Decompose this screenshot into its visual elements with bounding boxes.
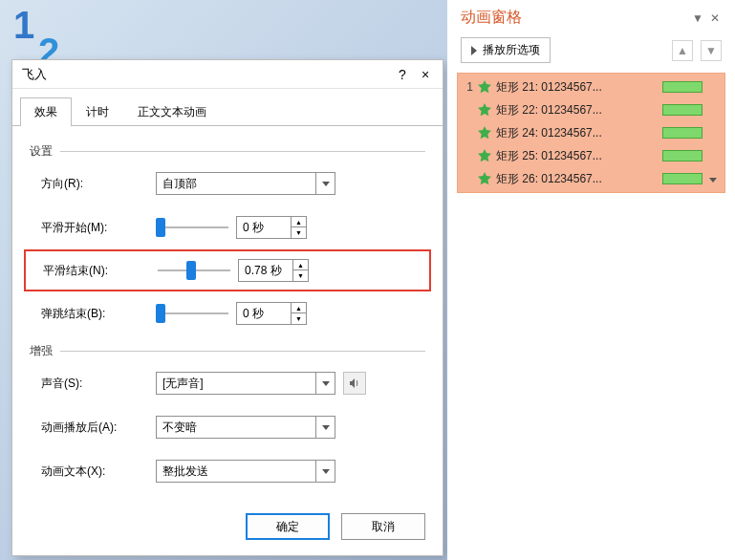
- smooth-end-slider[interactable]: [158, 261, 230, 280]
- row-anim-text: 动画文本(X): 整批发送: [30, 449, 425, 493]
- direction-label: 方向(R):: [41, 176, 156, 192]
- chevron-down-icon[interactable]: [315, 173, 335, 194]
- animation-item[interactable]: 1矩形 21: 01234567...: [460, 75, 723, 98]
- chevron-down-icon[interactable]: [315, 417, 335, 438]
- animation-item[interactable]: 矩形 22: 01234567...: [460, 98, 723, 121]
- slider-thumb[interactable]: [186, 261, 196, 280]
- animation-item[interactable]: 矩形 25: 01234567...: [460, 144, 723, 167]
- smooth-end-value: 0.78 秒: [239, 263, 292, 279]
- row-bounce-end: 弹跳结束(B): 0 秒 ▲ ▼: [30, 291, 425, 335]
- tab-effect[interactable]: 效果: [20, 97, 72, 126]
- anim-timing-bar: [662, 150, 703, 162]
- spinner-down[interactable]: ▼: [293, 270, 308, 281]
- anim-label: 矩形 26: 01234567...: [496, 171, 658, 187]
- smooth-start-label: 平滑开始(M):: [41, 220, 156, 236]
- bounce-end-value: 0 秒: [237, 306, 291, 322]
- row-direction: 方向(R): 自顶部: [30, 162, 425, 205]
- pane-dropdown-button[interactable]: ▼: [689, 11, 706, 25]
- pane-close-button[interactable]: ✕: [706, 11, 724, 25]
- smooth-end-label: 平滑结束(N):: [43, 263, 158, 279]
- smooth-end-spinner[interactable]: 0.78 秒 ▲ ▼: [238, 259, 309, 282]
- dialog-footer: 确定 取消: [12, 502, 443, 555]
- dialog-titlebar: 飞入 ? ×: [12, 60, 443, 89]
- slider-thumb[interactable]: [156, 218, 165, 237]
- anim-dropdown[interactable]: [707, 172, 719, 185]
- star-icon: [478, 80, 491, 94]
- tab-text-anim[interactable]: 正文文本动画: [123, 97, 221, 126]
- spinner-down[interactable]: ▼: [292, 227, 306, 238]
- move-down-button[interactable]: ▼: [701, 40, 722, 61]
- animation-list: 1矩形 21: 01234567...矩形 22: 01234567...矩形 …: [457, 73, 725, 193]
- animation-pane: 动画窗格 ▼ ✕ 播放所选项 ▲ ▼ 1矩形 21: 01234567...矩形…: [447, 0, 735, 560]
- star-icon: [478, 126, 491, 140]
- group-settings-label: 设置: [30, 143, 53, 160]
- move-up-button[interactable]: ▲: [672, 40, 693, 61]
- bounce-end-slider[interactable]: [156, 304, 228, 323]
- slide-number-bg: 1: [13, 4, 34, 47]
- help-button[interactable]: ?: [391, 67, 414, 82]
- chevron-down-icon[interactable]: [315, 461, 335, 482]
- anim-timing-bar: [662, 104, 703, 116]
- anim-text-select[interactable]: 整批发送: [156, 460, 335, 483]
- row-letter-delay: ▲ ▼ % 字母之间延迟(D): [30, 493, 425, 502]
- anim-timing-bar: [662, 173, 703, 184]
- direction-select[interactable]: 自顶部: [156, 172, 335, 195]
- dialog-tabs: 效果 计时 正文文本动画: [12, 89, 443, 126]
- star-icon: [478, 103, 491, 117]
- after-anim-select[interactable]: 不变暗: [156, 416, 335, 439]
- anim-timing-bar: [662, 81, 703, 93]
- sound-label: 声音(S):: [41, 376, 156, 392]
- play-icon: [471, 46, 477, 55]
- pane-title: 动画窗格: [461, 8, 689, 28]
- ok-button[interactable]: 确定: [246, 513, 330, 540]
- smooth-start-slider[interactable]: [156, 218, 228, 237]
- dialog-title: 飞入: [22, 66, 391, 83]
- spinner-up[interactable]: ▲: [292, 217, 306, 227]
- row-smooth-start: 平滑开始(M): 0 秒 ▲ ▼: [30, 205, 425, 249]
- after-anim-value: 不变暗: [157, 420, 315, 436]
- after-anim-label: 动画播放后(A):: [41, 420, 156, 436]
- cancel-button[interactable]: 取消: [341, 513, 425, 540]
- sound-value: [无声音]: [157, 376, 315, 392]
- smooth-start-spinner[interactable]: 0 秒 ▲ ▼: [236, 216, 307, 239]
- smooth-start-value: 0 秒: [237, 220, 291, 236]
- bounce-end-spinner[interactable]: 0 秒 ▲ ▼: [236, 302, 307, 325]
- group-enhance-label: 增强: [30, 343, 53, 359]
- play-label: 播放所选项: [483, 42, 540, 58]
- animation-item[interactable]: 矩形 26: 01234567...: [460, 167, 723, 190]
- star-icon: [478, 149, 491, 162]
- anim-timing-bar: [662, 127, 703, 139]
- anim-text-label: 动画文本(X):: [41, 463, 156, 480]
- row-after-anim: 动画播放后(A): 不变暗: [30, 405, 425, 449]
- bounce-end-label: 弹跳结束(B):: [41, 306, 156, 322]
- sound-select[interactable]: [无声音]: [156, 372, 335, 395]
- group-settings: 设置: [30, 143, 425, 160]
- flyin-effect-dialog: 飞入 ? × 效果 计时 正文文本动画 设置 方向(R): 自顶部 平滑开始(M…: [11, 59, 443, 556]
- direction-value: 自顶部: [157, 176, 315, 192]
- play-selected-button[interactable]: 播放所选项: [461, 37, 551, 63]
- tab-timing[interactable]: 计时: [72, 97, 123, 126]
- spinner-down[interactable]: ▼: [292, 313, 306, 324]
- spinner-up[interactable]: ▲: [293, 260, 308, 270]
- star-icon: [478, 172, 491, 185]
- anim-label: 矩形 21: 01234567...: [496, 79, 658, 96]
- sound-preview-button[interactable]: [343, 372, 366, 395]
- anim-label: 矩形 22: 01234567...: [496, 102, 658, 118]
- close-button[interactable]: ×: [414, 67, 437, 82]
- slider-thumb[interactable]: [156, 304, 165, 323]
- anim-label: 矩形 25: 01234567...: [496, 148, 658, 164]
- anim-label: 矩形 24: 01234567...: [496, 125, 658, 141]
- anim-index: 1: [464, 80, 473, 94]
- speaker-icon: [348, 377, 361, 390]
- anim-text-value: 整批发送: [157, 463, 315, 480]
- animation-item[interactable]: 矩形 24: 01234567...: [460, 121, 723, 144]
- chevron-down-icon[interactable]: [315, 373, 335, 394]
- row-sound: 声音(S): [无声音]: [30, 361, 425, 405]
- row-smooth-end: 平滑结束(N): 0.78 秒 ▲ ▼: [24, 249, 431, 291]
- spinner-up[interactable]: ▲: [292, 303, 306, 313]
- group-enhance: 增强: [30, 343, 425, 359]
